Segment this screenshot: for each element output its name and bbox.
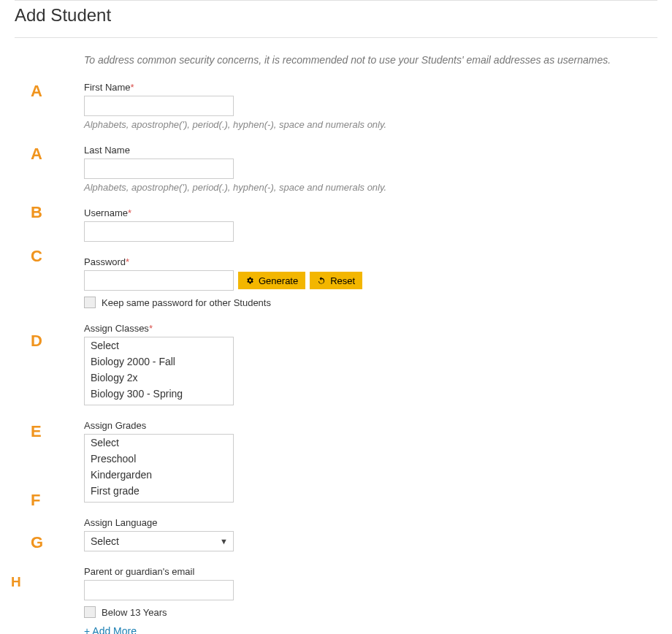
letter-h: H xyxy=(11,574,21,590)
letter-g: G xyxy=(31,533,43,552)
reset-button[interactable]: Reset xyxy=(310,272,362,289)
class-option[interactable]: Select xyxy=(85,337,233,354)
first-name-hint: Alphabets, apostrophe('), period(.), hyp… xyxy=(84,119,657,130)
assign-language-label: Assign Language xyxy=(84,517,657,528)
letter-b: B xyxy=(31,203,42,222)
add-more-link[interactable]: + Add More xyxy=(84,625,137,634)
grade-option[interactable]: Select xyxy=(85,435,233,451)
letter-column: A A B C D E F G H xyxy=(15,54,84,634)
assign-classes-label: Assign Classes* xyxy=(84,323,657,334)
generate-button-label: Generate xyxy=(259,275,298,286)
parent-email-label: Parent or guardian's email xyxy=(84,566,657,577)
letter-c: C xyxy=(31,247,42,266)
letter-e: E xyxy=(31,422,42,441)
below-13-checkbox[interactable] xyxy=(84,606,96,618)
assign-language-select[interactable]: Select xyxy=(84,531,234,551)
class-option[interactable]: Biology 2x xyxy=(85,370,233,386)
class-option[interactable]: Biology 2000 - Fall xyxy=(85,354,233,370)
first-name-input[interactable] xyxy=(84,96,234,116)
assign-classes-listbox[interactable]: Select Biology 2000 - Fall Biology 2x Bi… xyxy=(84,337,234,405)
username-input[interactable] xyxy=(84,221,234,242)
letter-a-firstname: A xyxy=(31,82,42,101)
letter-a-lastname: A xyxy=(31,145,42,164)
page-title: Add Student xyxy=(15,5,657,38)
grade-option[interactable]: Preschool xyxy=(85,451,233,467)
below-13-label: Below 13 Years xyxy=(102,607,167,618)
username-label: Username* xyxy=(84,207,657,218)
keep-password-label: Keep same password for other Students xyxy=(102,297,271,308)
assign-grades-listbox[interactable]: Select Preschool Kindergarden First grad… xyxy=(84,434,234,503)
last-name-label: Last Name xyxy=(84,145,657,156)
password-label: Password* xyxy=(84,256,657,267)
assign-grades-label: Assign Grades xyxy=(84,420,657,431)
class-option[interactable]: Biology 300 - Spring xyxy=(85,386,233,402)
gear-icon xyxy=(245,276,254,285)
keep-password-checkbox[interactable] xyxy=(84,297,96,308)
parent-email-input[interactable] xyxy=(84,580,234,600)
grade-option[interactable]: Kindergarden xyxy=(85,467,233,483)
letter-f: F xyxy=(31,491,40,510)
password-input[interactable] xyxy=(84,270,234,291)
assign-language-selected: Select xyxy=(91,535,119,547)
undo-icon xyxy=(317,276,326,285)
first-name-label: First Name* xyxy=(84,82,657,93)
security-note: To address common security concerns, it … xyxy=(84,54,657,66)
reset-button-label: Reset xyxy=(330,275,355,286)
last-name-input[interactable] xyxy=(84,158,234,179)
grade-option[interactable]: First grade xyxy=(85,483,233,499)
last-name-hint: Alphabets, apostrophe('), period(.), hyp… xyxy=(84,182,657,193)
letter-d: D xyxy=(31,332,42,351)
generate-button[interactable]: Generate xyxy=(238,272,305,289)
